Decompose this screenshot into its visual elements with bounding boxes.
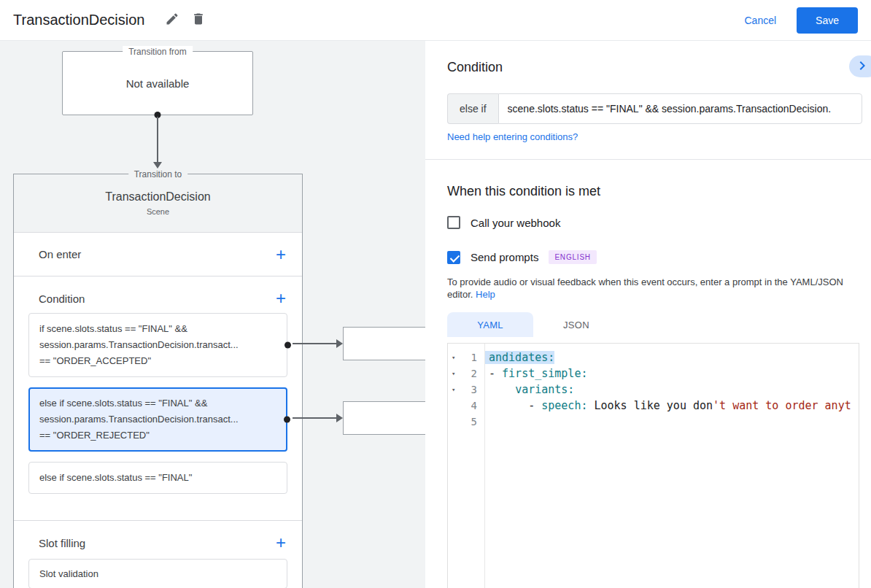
condition-input-row: else if [447, 93, 862, 124]
connector-dot [284, 417, 290, 423]
code-segment: speech: [541, 399, 587, 412]
feedback-text: To provide audio or visual feedback when… [447, 276, 853, 301]
condition-input[interactable] [498, 93, 862, 124]
code-segment: 't want to order anyt [713, 399, 851, 412]
code-text: andidates: [484, 351, 554, 364]
code-segment: andidates: [489, 351, 554, 364]
delete-scene-button[interactable] [185, 7, 212, 33]
slot-filling-label: Slot filling [39, 537, 85, 549]
code-line[interactable]: 4 - speech: Looks like you don't want to… [448, 398, 859, 414]
code-line[interactable]: 5 [448, 414, 859, 430]
arrow-down-icon [153, 162, 162, 169]
transition-from-box[interactable]: Transition from Not available [62, 51, 253, 115]
line-number: 5 [471, 416, 477, 428]
condition-card-accepted[interactable]: if scene.slots.status == "FINAL" && sess… [28, 313, 287, 377]
editor-gutter: 5 [448, 414, 484, 430]
header: TransactionDecision Cancel Save [0, 0, 871, 41]
tab-json[interactable]: JSON [533, 312, 619, 337]
chevron-right-icon [853, 57, 871, 77]
line-number: 3 [471, 384, 477, 395]
code-segment: - [489, 367, 502, 380]
condition-section-head: Condition + [14, 285, 302, 312]
feedback-sentence: To provide audio or visual feedback when… [447, 276, 843, 300]
when-met-heading: When this condition is met [447, 184, 600, 199]
condition-section: Condition + if scene.slots.status == "FI… [14, 276, 302, 521]
panel-title: Condition [447, 60, 503, 75]
fold-arrow-icon[interactable]: ▾ [452, 354, 455, 361]
code-segment: variants: [515, 383, 574, 396]
code-text: - speech: Looks like you don't want to o… [484, 399, 851, 412]
condition-text: == "ORDER_REJECTED" [39, 428, 276, 444]
add-on-enter-button[interactable]: + [274, 246, 287, 263]
condition-text: if scene.slots.status == "FINAL" && [39, 321, 276, 337]
webhook-checkbox[interactable] [447, 216, 460, 229]
plus-icon: + [276, 244, 286, 264]
trash-icon [191, 12, 206, 28]
editor-gutter: ▾ 1 [448, 349, 484, 365]
condition-card-final[interactable]: else if scene.slots.status == "FINAL" [28, 462, 287, 494]
slot-filling-section-head: Slot filling + [14, 530, 302, 556]
code-segment: - [489, 399, 541, 412]
on-enter-row: On enter + [14, 233, 302, 276]
webhook-label: Call your webhook [471, 217, 560, 229]
code-segment: Looks like you don [587, 399, 713, 412]
scene-canvas: Transition from Not available Transition… [0, 41, 425, 588]
panel-divider [425, 159, 871, 160]
fold-arrow-icon[interactable]: ▾ [452, 370, 455, 377]
code-line[interactable]: ▾ 3 variants: [448, 382, 859, 398]
condition-text: == "ORDER_ACCEPTED" [39, 353, 276, 369]
condition-connector-line [293, 417, 337, 419]
slot-filling-section: Slot filling + Slot validation [14, 521, 302, 588]
condition-connector-line [293, 343, 337, 344]
arrow-right-icon [336, 339, 343, 348]
edit-title-button[interactable] [159, 7, 185, 33]
condition-text: else if scene.slots.status == "FINAL" [39, 470, 276, 486]
editor-gutter: ▾ 3 [448, 382, 484, 398]
send-prompts-checkbox[interactable] [447, 251, 460, 264]
condition-help-link[interactable]: Need help entering conditions? [447, 131, 578, 142]
code-text: - first_simple: [484, 367, 587, 380]
slot-validation-card[interactable]: Slot validation [28, 559, 287, 588]
pencil-icon [165, 12, 179, 28]
webhook-row: Call your webhook [447, 216, 560, 229]
scene-title: TransactionDecision [105, 190, 210, 204]
fold-arrow-icon[interactable]: ▾ [452, 386, 455, 393]
plus-icon: + [276, 288, 286, 308]
transition-connector-line [157, 117, 158, 162]
condition-text: session.params.TransactionDecision.trans… [39, 411, 276, 428]
code-line[interactable]: ▾ 2 - first_simple: [448, 365, 859, 382]
scene-card-header[interactable]: TransactionDecision Scene [14, 174, 302, 233]
plus-icon: + [276, 533, 286, 552]
send-prompts-row: Send prompts ENGLISH [447, 250, 597, 264]
transition-to-card: Transition to TransactionDecision Scene … [13, 174, 303, 588]
transition-from-value: Not available [63, 52, 252, 115]
code-text: variants: [484, 383, 574, 396]
arrow-right-icon [336, 414, 343, 422]
add-slot-button[interactable]: + [274, 534, 287, 552]
collapse-panel-button[interactable] [849, 55, 871, 77]
code-segment [489, 383, 515, 396]
add-condition-button[interactable]: + [274, 290, 287, 307]
cancel-button[interactable]: Cancel [744, 15, 776, 26]
condition-card-rejected[interactable]: else if scene.slots.status == "FINAL" &&… [28, 387, 287, 452]
code-segment: first_simple: [502, 367, 587, 380]
editor-tabs: YAML JSON [447, 312, 619, 337]
on-enter-label: On enter [39, 248, 81, 260]
condition-editor-panel: Condition else if Need help entering con… [425, 41, 871, 588]
help-link[interactable]: Help [476, 289, 495, 300]
line-number: 1 [471, 352, 477, 363]
condition-section-label: Condition [39, 293, 85, 305]
code-line[interactable]: ▾ 1 andidates: [448, 349, 859, 365]
transition-target-box[interactable] [343, 401, 425, 435]
condition-prefix-label: else if [447, 93, 498, 124]
transition-target-box[interactable] [343, 327, 425, 360]
editor-gutter: 4 [448, 398, 484, 414]
line-number: 4 [471, 400, 477, 411]
transition-from-label: Transition from [123, 46, 193, 58]
yaml-editor[interactable]: ▾ 1 andidates: ▾ 2 - first_simple: ▾ 3 v… [447, 343, 859, 588]
send-prompts-label: Send prompts [471, 251, 538, 263]
save-button[interactable]: Save [797, 7, 858, 34]
language-badge: ENGLISH [549, 250, 597, 264]
page-title: TransactionDecision [13, 12, 144, 28]
tab-yaml[interactable]: YAML [447, 312, 533, 337]
